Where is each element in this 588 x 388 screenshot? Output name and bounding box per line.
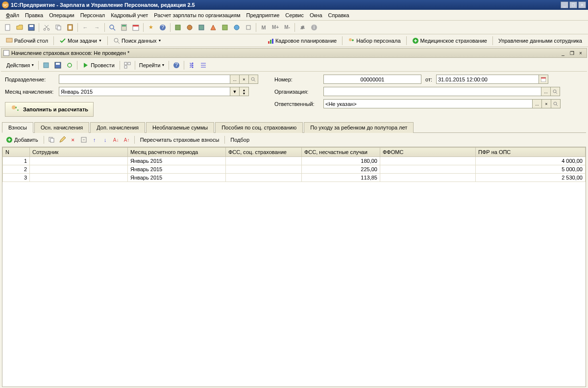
select-button[interactable]: ...: [541, 87, 551, 96]
nav-desktop[interactable]: Рабочий стол: [2, 36, 52, 45]
cell-fss-social[interactable]: [226, 165, 302, 174]
tab-benefits[interactable]: Пособия по соц. страхованию: [215, 122, 303, 133]
options-icon[interactable]: [172, 22, 183, 33]
table-row[interactable]: 3Январь 2015113,852 530,00: [3, 174, 586, 182]
structure-icon[interactable]: [122, 60, 133, 71]
select-button[interactable]: ...: [230, 75, 240, 84]
cell-pfr[interactable]: 5 000,00: [476, 165, 586, 174]
menu-help[interactable]: Справка: [325, 11, 352, 19]
menu-windows[interactable]: Окна: [307, 11, 325, 19]
recalculate-button[interactable]: Пересчитать страховые взносы: [137, 136, 222, 144]
cell-pfr[interactable]: 4 000,00: [476, 157, 586, 165]
tool6-icon[interactable]: [243, 22, 254, 33]
menu-edit[interactable]: Правка: [22, 11, 46, 19]
delete-row-icon[interactable]: ×: [68, 135, 78, 145]
cell-pfr[interactable]: 2 530,00: [476, 174, 586, 182]
minimize-button[interactable]: _: [561, 1, 568, 8]
goto-dropdown[interactable]: Перейти ▼: [137, 61, 168, 70]
save-icon[interactable]: [26, 22, 37, 33]
forward-icon[interactable]: →: [92, 22, 102, 33]
number-input[interactable]: [323, 75, 421, 84]
col-employee[interactable]: Сотрудник: [30, 148, 128, 157]
tree-icon[interactable]: [186, 60, 197, 71]
calendar-button[interactable]: [539, 75, 548, 84]
close-button[interactable]: ×: [578, 1, 586, 8]
table-row[interactable]: 2Январь 2015225,005 000,00: [3, 165, 586, 174]
menu-enterprise[interactable]: Предприятие: [244, 11, 283, 19]
tool1-icon[interactable]: [184, 22, 195, 33]
cell-fss-accident[interactable]: 225,00: [302, 165, 380, 174]
menu-file[interactable]: Файл: [3, 11, 22, 19]
cell-employee[interactable]: [30, 165, 128, 174]
col-ffoms[interactable]: ФФОМС: [380, 148, 476, 157]
sort-asc-icon[interactable]: A↓: [111, 135, 121, 145]
nav-hr-planning[interactable]: Кадровое планирование: [263, 36, 341, 45]
search-icon[interactable]: [107, 22, 118, 33]
move-down-icon[interactable]: ↓: [100, 135, 110, 145]
menu-payroll[interactable]: Расчет зарплаты по организациям: [151, 11, 243, 19]
copy-row-icon[interactable]: [47, 135, 56, 145]
cell-period[interactable]: Январь 2015: [128, 165, 226, 174]
search-button[interactable]: [551, 99, 561, 108]
cell-employee[interactable]: [30, 174, 128, 182]
select-button[interactable]: ...: [533, 99, 542, 108]
list-icon[interactable]: [198, 60, 209, 71]
sort-desc-icon[interactable]: A↑: [122, 135, 132, 145]
clear-button[interactable]: ×: [240, 75, 249, 84]
clear-button[interactable]: ×: [542, 99, 551, 108]
nav-employee-data[interactable]: Управление данными сотрудника: [494, 37, 586, 45]
cell-period[interactable]: Январь 2015: [128, 157, 226, 165]
col-pfr[interactable]: ПФР на ОПС: [476, 148, 586, 157]
cell-ffoms[interactable]: [380, 165, 476, 174]
paste-icon[interactable]: [65, 22, 75, 33]
fill-calculate-button[interactable]: Заполнить и рассчитать: [5, 102, 94, 117]
date-input[interactable]: [436, 75, 539, 84]
calendar-icon[interactable]: [130, 22, 141, 33]
end-icon[interactable]: [79, 135, 89, 145]
select-button[interactable]: Подбор: [227, 136, 252, 144]
save-doc-icon[interactable]: [52, 60, 63, 71]
tool3-icon[interactable]: [208, 22, 219, 33]
m-icon[interactable]: M: [258, 22, 269, 33]
cell-n[interactable]: 3: [3, 174, 30, 182]
edit-row-icon[interactable]: [57, 135, 67, 145]
col-n[interactable]: N: [3, 148, 30, 157]
cell-ffoms[interactable]: [380, 157, 476, 165]
settings-icon[interactable]: [297, 22, 308, 33]
refresh-icon[interactable]: [64, 60, 75, 71]
open-icon[interactable]: [14, 22, 25, 33]
back-icon[interactable]: ←: [80, 22, 91, 33]
search-button[interactable]: [249, 75, 258, 84]
post-doc-icon[interactable]: [41, 60, 51, 71]
maximize-button[interactable]: □: [569, 1, 577, 8]
tool5-icon[interactable]: [231, 22, 242, 33]
favorite-icon[interactable]: ★: [146, 22, 156, 33]
doc-restore-button[interactable]: ❐: [568, 50, 576, 56]
cell-employee[interactable]: [30, 157, 128, 165]
help-doc-icon[interactable]: ?: [171, 60, 182, 71]
cell-fss-social[interactable]: [226, 174, 302, 182]
actions-dropdown[interactable]: Действия ▼: [4, 61, 37, 70]
col-fss-accident[interactable]: ФСС, несчастные случаи: [302, 148, 380, 157]
cell-fss-social[interactable]: [226, 157, 302, 165]
col-period[interactable]: Месяц расчетного периода: [128, 148, 226, 157]
info-icon[interactable]: i: [309, 22, 319, 33]
add-row-button[interactable]: Добавить: [3, 135, 41, 144]
cut-icon[interactable]: [41, 22, 52, 33]
tab-childcare[interactable]: По уходу за ребенком до полутора лет: [304, 122, 414, 133]
new-doc-icon[interactable]: [2, 22, 13, 33]
cell-fss-accident[interactable]: 180,00: [302, 157, 380, 165]
nav-search[interactable]: Поиск данных ▼: [109, 36, 166, 45]
tab-contributions[interactable]: Взносы: [2, 122, 33, 133]
col-fss-social[interactable]: ФСС, соц. страхование: [226, 148, 302, 157]
menu-hr[interactable]: Кадровый учет: [108, 11, 151, 19]
cell-n[interactable]: 2: [3, 165, 30, 174]
search-button[interactable]: [551, 87, 560, 96]
cell-period[interactable]: Январь 2015: [128, 174, 226, 182]
tool4-icon[interactable]: [220, 22, 230, 33]
cell-ffoms[interactable]: [380, 174, 476, 182]
responsible-input[interactable]: [323, 99, 533, 108]
stepper-button[interactable]: ▲▼: [240, 87, 249, 96]
data-grid[interactable]: N Сотрудник Месяц расчетного периода ФСС…: [2, 147, 586, 387]
cell-fss-accident[interactable]: 113,85: [302, 174, 380, 182]
